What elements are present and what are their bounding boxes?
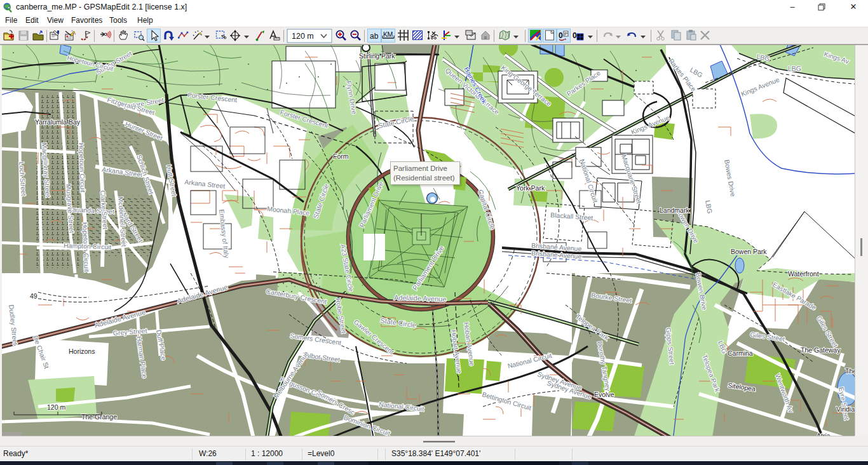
svg-text:120 m: 120 m <box>292 32 314 41</box>
svg-text:Yarralumla Bay: Yarralumla Bay <box>35 118 81 126</box>
svg-text:The Grange: The Grange <box>81 413 117 421</box>
svg-text:P: P <box>564 31 567 37</box>
svg-text:49: 49 <box>30 292 37 300</box>
svg-text:Stirling Park: Stirling Park <box>359 52 395 60</box>
svg-text:Evolve: Evolve <box>594 391 614 398</box>
svg-text:Carmina: Carmina <box>728 349 753 357</box>
svg-text:ab: ab <box>370 32 379 41</box>
svg-text:KM: KM <box>383 30 393 38</box>
svg-text:120 m: 120 m <box>47 403 65 411</box>
svg-text:Landmark: Landmark <box>660 206 689 214</box>
svg-text:0: 0 <box>559 31 563 40</box>
svg-text:0: 0 <box>573 31 577 40</box>
svg-text:The Gateway: The Gateway <box>801 346 841 354</box>
svg-text:Waterfront: Waterfront <box>788 270 819 278</box>
svg-text:Form: Form <box>333 152 349 160</box>
svg-text:York Park: York Park <box>516 184 545 192</box>
svg-text:Bowen Park: Bowen Park <box>731 248 767 255</box>
svg-text:LBG: LBG <box>788 65 801 72</box>
svg-text:Horizons: Horizons <box>69 347 95 355</box>
